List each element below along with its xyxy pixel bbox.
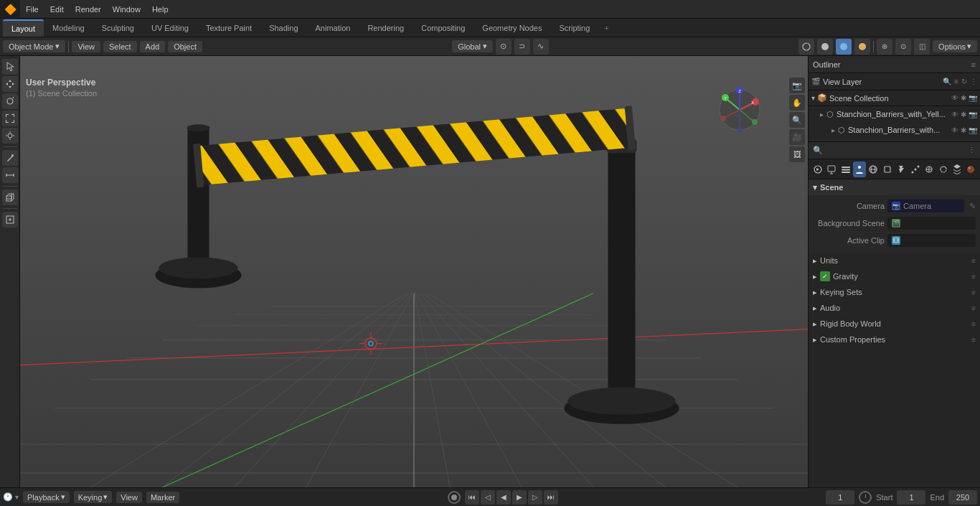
tab-uv-editing[interactable]: UV Editing <box>143 19 197 37</box>
item-1-select[interactable]: ✱ <box>961 126 966 134</box>
start-frame-input[interactable]: 1 <box>897 490 925 505</box>
proportional-edit-btn[interactable]: ⊃ <box>514 39 530 55</box>
viewport-gizmo[interactable]: X Y Z <box>715 85 765 135</box>
props-tab-modifier[interactable] <box>895 161 908 177</box>
viewport-tool-1[interactable]: 📷 <box>789 78 805 93</box>
object-mode-selector[interactable]: Object Mode ▾ <box>3 40 65 52</box>
scene-section-header[interactable]: ▾ Scene <box>809 179 980 195</box>
camera-edit-icon[interactable]: ✎ <box>969 202 976 211</box>
item-1-render[interactable]: 📷 <box>969 126 977 134</box>
viewport-3d[interactable]: User Perspective (1) Scene Collection X … <box>20 56 808 487</box>
object-menu[interactable]: Object <box>168 41 202 52</box>
collection-expand[interactable]: ▾ <box>811 94 815 102</box>
next-keyframe-btn[interactable]: ▷ <box>528 490 542 505</box>
jump-to-end-btn[interactable]: ⏭ <box>544 490 558 505</box>
menu-render[interactable]: Render <box>70 0 107 18</box>
timeline-sync-btn[interactable] <box>448 491 461 504</box>
tab-layout[interactable]: Layout <box>3 19 44 37</box>
move-tool[interactable] <box>2 76 18 92</box>
menu-file[interactable]: File <box>20 0 44 18</box>
collection-vis-eye[interactable]: 👁 <box>951 94 958 102</box>
snap-btn[interactable]: ⊙ <box>496 39 512 55</box>
measure-tool[interactable] <box>2 167 18 183</box>
xray-toggle[interactable]: ◫ <box>914 39 930 55</box>
keying-sets-section[interactable]: ▸ Keying Sets ≡ <box>809 284 980 300</box>
props-tab-physics[interactable] <box>923 161 935 177</box>
audio-section[interactable]: ▸ Audio ≡ <box>809 300 980 316</box>
tab-geometry-nodes[interactable]: Geometry Nodes <box>473 19 550 37</box>
outliner-filter-icon[interactable]: ≡ <box>971 60 976 69</box>
viewport-tool-4[interactable]: 🎥 <box>789 129 805 145</box>
select-menu[interactable]: Select <box>103 41 137 52</box>
props-tab-constraints[interactable] <box>937 161 949 177</box>
viewport-tool-3[interactable]: 🔍 <box>789 112 805 128</box>
view-menu[interactable]: View <box>72 41 100 52</box>
unknown-tool[interactable] <box>2 212 18 228</box>
tab-scripting[interactable]: Scripting <box>550 19 598 37</box>
play-reverse-btn[interactable]: ◀ <box>496 490 511 505</box>
props-tab-output[interactable] <box>825 161 837 177</box>
viewport-shading-render[interactable] <box>854 39 870 55</box>
props-tab-object[interactable] <box>881 161 893 177</box>
overlays-toggle[interactable]: ⊙ <box>895 39 911 55</box>
gravity-checkbox[interactable]: ✓ <box>820 271 830 281</box>
current-frame-input[interactable]: 1 <box>826 490 854 505</box>
add-workspace-button[interactable]: + <box>598 24 614 32</box>
transform-tool[interactable] <box>2 128 18 144</box>
tab-texture-paint[interactable]: Texture Paint <box>197 19 260 37</box>
tab-compositing[interactable]: Compositing <box>413 19 473 37</box>
clock-indicator[interactable] <box>859 491 872 504</box>
item-0-eye[interactable]: 👁 <box>951 111 958 118</box>
options-button[interactable]: Options ▾ <box>933 40 977 52</box>
properties-search-input[interactable] <box>825 146 911 155</box>
menu-edit[interactable]: Edit <box>44 0 70 18</box>
play-btn[interactable]: ▶ <box>512 490 527 505</box>
outliner-search-icon[interactable]: 🔍 <box>943 78 951 85</box>
playback-menu[interactable]: Playback ▾ <box>23 491 70 503</box>
viewport-tool-2[interactable]: ✋ <box>789 95 805 111</box>
menu-help[interactable]: Help <box>146 0 174 18</box>
outliner-item-1[interactable]: ▸ ⬡ Stanchion_Barriers_with... 👁 ✱ 📷 <box>809 122 980 138</box>
gizmo-toggle[interactable]: ⊛ <box>877 39 892 55</box>
marker-menu[interactable]: Marker <box>146 492 179 503</box>
properties-search[interactable]: 🔍 <box>813 146 968 155</box>
props-tab-render[interactable] <box>811 161 824 177</box>
tab-shading[interactable]: Shading <box>260 19 306 37</box>
gravity-section[interactable]: ▸ ✓ Gravity ≡ <box>809 268 980 284</box>
end-frame-input[interactable]: 250 <box>948 490 977 505</box>
collection-vis-select[interactable]: ✱ <box>961 94 966 102</box>
props-tab-world[interactable] <box>867 161 880 177</box>
add-menu[interactable]: Add <box>140 41 166 52</box>
rotate-tool[interactable] <box>2 93 18 109</box>
rigid-body-world-section[interactable]: ▸ Rigid Body World ≡ <box>809 316 980 332</box>
viewport-shading-wire[interactable] <box>798 39 814 55</box>
tab-modeling[interactable]: Modeling <box>44 19 93 37</box>
cursor-tool[interactable] <box>2 59 18 75</box>
view-menu-timeline[interactable]: View <box>116 492 142 503</box>
tab-animation[interactable]: Animation <box>307 19 359 37</box>
props-tab-particles[interactable] <box>909 161 921 177</box>
props-tab-data[interactable] <box>951 161 963 177</box>
annotate-tool[interactable] <box>2 150 18 166</box>
camera-prop-value[interactable]: 📷 Camera <box>887 200 964 212</box>
active-clip-value[interactable]: 🎞 <box>887 234 976 247</box>
item-0-render[interactable]: 📷 <box>969 111 977 118</box>
properties-options-icon[interactable]: ⋮ <box>968 146 976 155</box>
outliner-item-0[interactable]: ▸ ⬡ Stanchion_Barriers_with_Yell... 👁 ✱ … <box>809 106 980 122</box>
timeline-mode-selector[interactable]: 🕐 ▾ <box>3 492 19 502</box>
menu-window[interactable]: Window <box>107 0 146 18</box>
tab-rendering[interactable]: Rendering <box>359 19 413 37</box>
jump-to-start-btn[interactable]: ⏮ <box>465 490 479 505</box>
props-tab-scene[interactable] <box>853 161 865 177</box>
viewport-shading-solid[interactable] <box>817 39 833 55</box>
add-object-tool[interactable] <box>2 189 18 205</box>
proportional-icon[interactable]: ∿ <box>533 39 549 55</box>
keying-menu[interactable]: Keying ▾ <box>74 491 113 503</box>
custom-properties-section[interactable]: ▸ Custom Properties ≡ <box>809 332 980 347</box>
outliner-filter-btn[interactable]: ≡ <box>954 78 958 85</box>
tab-sculpting[interactable]: Sculpting <box>93 19 143 37</box>
viewport-tool-5[interactable]: 🖼 <box>789 146 805 162</box>
outliner-dots[interactable]: ⋮ <box>970 78 977 85</box>
prev-keyframe-btn[interactable]: ◁ <box>481 490 495 505</box>
outliner-sync-icon[interactable]: ↻ <box>961 78 967 85</box>
